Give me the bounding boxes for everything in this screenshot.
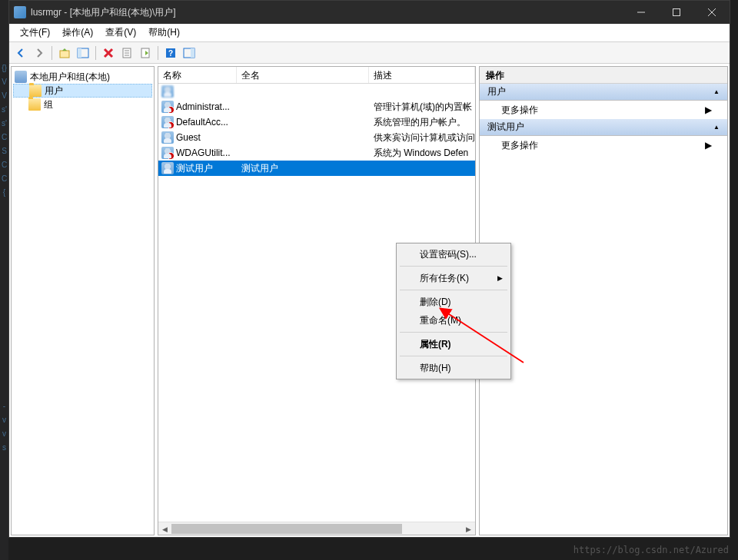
cm-properties[interactable]: 属性(R) [398, 335, 509, 353]
user-icon [161, 131, 174, 144]
help-button[interactable]: ? [162, 45, 179, 61]
user-row[interactable]: WDAGUtilit...系统为 Windows Defen [158, 145, 475, 161]
computer-icon [15, 71, 27, 83]
scroll-left-icon[interactable]: ◀ [158, 522, 171, 535]
collapse-icon: ▲ [713, 124, 720, 131]
column-desc[interactable]: 描述 [369, 67, 475, 83]
list-pane: 名称 全名 描述 Administrat...管理计算机(域)的内置帐Defau… [158, 66, 476, 535]
svg-rect-3 [78, 48, 81, 58]
menu-help[interactable]: 帮助(H) [142, 25, 186, 41]
actions-pane: 操作 用户▲ 更多操作▶ 测试用户▲ 更多操作▶ [479, 66, 728, 535]
user-row[interactable]: DefaultAcc...系统管理的用户帐户。 [158, 114, 475, 130]
app-icon [14, 6, 26, 18]
titlebar[interactable]: lusrmgr - [本地用户和组(本地)\用户] [9, 1, 730, 24]
submenu-arrow-icon: ▶ [705, 140, 712, 151]
export-button[interactable] [137, 45, 154, 61]
maximize-button[interactable] [659, 1, 694, 24]
submenu-arrow-icon: ▶ [497, 274, 503, 282]
tree-root-label: 本地用户和组(本地) [30, 71, 110, 84]
up-button[interactable] [56, 45, 73, 61]
actions-section-users[interactable]: 用户▲ [480, 84, 727, 101]
forward-button[interactable] [31, 45, 48, 61]
collapse-icon: ▲ [713, 88, 720, 95]
tree-pane: 本地用户和组(本地) 用户 组 [11, 66, 155, 535]
menubar: 文件(F) 操作(A) 查看(V) 帮助(H) [9, 24, 730, 42]
actions-header: 操作 [480, 67, 727, 84]
user-icon [161, 162, 174, 174]
user-icon [161, 147, 174, 159]
folder-icon [29, 84, 42, 97]
cm-set-password[interactable]: 设置密码(S)... [398, 245, 509, 263]
close-button[interactable] [694, 1, 730, 24]
actions-more-2[interactable]: 更多操作▶ [480, 136, 727, 154]
toolbar: ? [9, 42, 730, 64]
submenu-arrow-icon: ▶ [705, 104, 712, 115]
user-icon [161, 116, 174, 128]
properties-button[interactable] [118, 45, 135, 61]
user-row[interactable]: 测试用户测试用户 [158, 161, 475, 176]
scroll-right-icon[interactable]: ▶ [462, 522, 475, 535]
tree-users[interactable]: 用户 [13, 84, 152, 98]
show-hide-tree-button[interactable] [75, 45, 91, 61]
user-row[interactable] [158, 84, 475, 99]
cm-help[interactable]: 帮助(H) [398, 359, 509, 377]
actions-more-1[interactable]: 更多操作▶ [480, 101, 727, 119]
cm-delete[interactable]: 删除(D) [398, 293, 509, 311]
scroll-thumb[interactable] [171, 524, 402, 534]
tree-groups[interactable]: 组 [13, 98, 152, 111]
column-fullname[interactable]: 全名 [237, 67, 369, 83]
cm-rename[interactable]: 重命名(M) [398, 311, 509, 330]
list-header: 名称 全名 描述 [158, 67, 475, 84]
user-row[interactable]: Guest供来宾访问计算机或访问 [158, 130, 475, 145]
tree-root[interactable]: 本地用户和组(本地) [13, 70, 152, 84]
menu-view[interactable]: 查看(V) [99, 25, 142, 41]
menu-file[interactable]: 文件(F) [14, 25, 56, 41]
tree-users-label: 用户 [45, 84, 63, 98]
horizontal-scrollbar[interactable]: ◀ ▶ [158, 522, 475, 535]
svg-rect-1 [60, 51, 69, 58]
folder-icon [28, 98, 41, 111]
delete-button[interactable] [100, 45, 117, 61]
user-icon [161, 101, 174, 113]
menu-action[interactable]: 操作(A) [56, 25, 99, 41]
svg-rect-9 [191, 48, 194, 58]
svg-text:?: ? [168, 49, 173, 58]
minimize-button[interactable] [623, 1, 659, 24]
show-hide-action-button[interactable] [181, 45, 198, 61]
mmc-window: lusrmgr - [本地用户和组(本地)\用户] 文件(F) 操作(A) 查看… [8, 0, 730, 538]
context-menu: 设置密码(S)... 所有任务(K)▶ 删除(D) 重命名(M) 属性(R) 帮… [396, 243, 511, 379]
window-title: lusrmgr - [本地用户和组(本地)\用户] [31, 6, 623, 19]
back-button[interactable] [12, 45, 29, 61]
user-icon [161, 85, 174, 98]
svg-rect-0 [673, 9, 680, 16]
cm-all-tasks[interactable]: 所有任务(K)▶ [398, 269, 509, 287]
actions-section-testuser[interactable]: 测试用户▲ [480, 119, 727, 136]
tree-groups-label: 组 [44, 98, 53, 111]
column-name[interactable]: 名称 [158, 67, 237, 83]
user-row[interactable]: Administrat...管理计算机(域)的内置帐 [158, 99, 475, 114]
watermark: https://blog.csdn.net/Azured [573, 545, 729, 555]
